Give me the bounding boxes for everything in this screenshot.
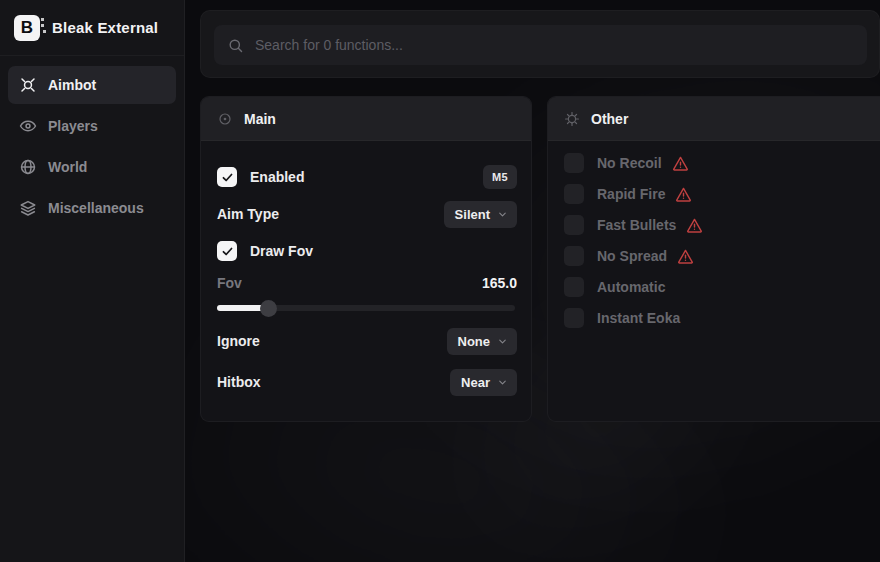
check-icon xyxy=(221,245,234,258)
other-checkbox[interactable] xyxy=(564,184,584,204)
chevron-down-icon xyxy=(497,336,508,347)
app-brand: B Bleak External xyxy=(0,0,184,56)
draw-fov-label: Draw Fov xyxy=(250,243,313,259)
hitbox-row: Hitbox Near xyxy=(217,368,517,396)
main-panel-title: Main xyxy=(244,111,276,127)
search-box xyxy=(214,25,867,65)
warning-icon xyxy=(686,217,703,234)
search-icon xyxy=(227,37,244,54)
aim-type-row: Aim Type Silent xyxy=(217,200,517,228)
fov-row: Fov 165.0 xyxy=(217,273,517,293)
chevron-down-icon xyxy=(497,209,508,220)
other-panel-body: No Recoil Rapid Fire Fast Bullets No S xyxy=(548,141,880,328)
hitbox-dropdown[interactable]: Near xyxy=(450,369,517,396)
gear-icon xyxy=(564,111,580,127)
ignore-label: Ignore xyxy=(217,333,260,349)
ignore-value: None xyxy=(458,334,491,349)
enabled-row: Enabled M5 xyxy=(217,163,517,191)
main-panel-body: Enabled M5 Aim Type Silent Draw Fov F xyxy=(201,141,531,396)
sidebar-item-aimbot[interactable]: Aimbot xyxy=(8,66,176,104)
other-toggle-row[interactable]: Instant Eoka xyxy=(564,308,875,328)
other-toggle-label: Instant Eoka xyxy=(597,310,680,326)
other-toggle-row[interactable]: Automatic xyxy=(564,277,875,297)
other-toggle-label: Fast Bullets xyxy=(597,217,676,233)
fov-value: 165.0 xyxy=(482,275,517,291)
sidebar: B Bleak External Aimbot Players World Mi… xyxy=(0,0,185,562)
other-toggle-label: No Recoil xyxy=(597,155,662,171)
target-icon xyxy=(217,111,233,127)
app-window: B Bleak External Aimbot Players World Mi… xyxy=(0,0,880,562)
other-toggle-label: No Spread xyxy=(597,248,667,264)
chevron-down-icon xyxy=(497,377,508,388)
warning-icon xyxy=(672,155,689,172)
search-input[interactable] xyxy=(255,37,854,53)
ignore-dropdown[interactable]: None xyxy=(447,328,518,355)
other-toggle-row[interactable]: No Spread xyxy=(564,246,875,266)
logo-letter: B xyxy=(21,18,33,38)
other-panel-header: Other xyxy=(548,97,880,141)
aim-type-value: Silent xyxy=(455,207,490,222)
eye-icon xyxy=(19,117,37,135)
other-checkbox[interactable] xyxy=(564,215,584,235)
globe-icon xyxy=(19,158,37,176)
other-checkbox[interactable] xyxy=(564,308,584,328)
draw-fov-checkbox[interactable] xyxy=(217,241,237,261)
main-panel-header: Main xyxy=(201,97,531,141)
other-checkbox[interactable] xyxy=(564,153,584,173)
crosshair-icon xyxy=(19,76,37,94)
enabled-label: Enabled xyxy=(250,169,304,185)
aim-type-dropdown[interactable]: Silent xyxy=(444,201,517,228)
hitbox-value: Near xyxy=(461,375,490,390)
draw-fov-row: Draw Fov xyxy=(217,237,517,265)
check-icon xyxy=(221,171,234,184)
sidebar-nav: Aimbot Players World Miscellaneous xyxy=(0,56,184,237)
main-panel: Main Enabled M5 Aim Type Silent xyxy=(200,96,532,422)
app-title: Bleak External xyxy=(52,19,158,36)
other-toggle-row[interactable]: Fast Bullets xyxy=(564,215,875,235)
fov-slider-row xyxy=(217,300,517,316)
fov-slider-thumb[interactable] xyxy=(260,300,277,317)
keybind-badge[interactable]: M5 xyxy=(483,165,517,189)
other-toggle-row[interactable]: No Recoil xyxy=(564,153,875,173)
fov-label: Fov xyxy=(217,275,242,291)
hitbox-label: Hitbox xyxy=(217,374,261,390)
search-panel xyxy=(200,10,880,78)
other-panel-title: Other xyxy=(591,111,628,127)
ignore-row: Ignore None xyxy=(217,327,517,355)
warning-icon xyxy=(677,248,694,265)
layers-icon xyxy=(19,199,37,217)
other-panel: Other No Recoil Rapid Fire Fast Bullets xyxy=(547,96,880,422)
other-toggle-label: Automatic xyxy=(597,279,665,295)
other-checkbox[interactable] xyxy=(564,246,584,266)
app-logo-icon: B xyxy=(14,15,40,41)
other-toggle-label: Rapid Fire xyxy=(597,186,665,202)
other-toggle-row[interactable]: Rapid Fire xyxy=(564,184,875,204)
fov-slider[interactable] xyxy=(217,300,517,316)
sidebar-item-players[interactable]: Players xyxy=(8,107,176,145)
aim-type-label: Aim Type xyxy=(217,206,279,222)
sidebar-item-miscellaneous[interactable]: Miscellaneous xyxy=(8,189,176,227)
warning-icon xyxy=(675,186,692,203)
enabled-checkbox[interactable] xyxy=(217,167,237,187)
other-checkbox[interactable] xyxy=(564,277,584,297)
sidebar-item-world[interactable]: World xyxy=(8,148,176,186)
